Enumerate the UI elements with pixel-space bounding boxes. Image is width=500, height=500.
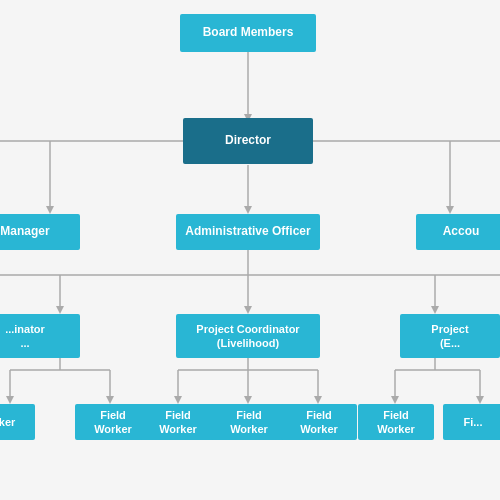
svg-marker-22 <box>106 396 114 404</box>
manager-node: Manager <box>0 214 80 250</box>
svg-marker-16 <box>431 306 439 314</box>
svg-marker-6 <box>46 206 54 214</box>
field-worker-center-1: Field Worker <box>140 404 216 440</box>
svg-marker-36 <box>476 396 484 404</box>
field-worker-right-2: Fi... <box>443 404 500 440</box>
svg-marker-34 <box>391 396 399 404</box>
field-worker-left-1: ...ker <box>0 404 35 440</box>
svg-marker-30 <box>314 396 322 404</box>
svg-marker-26 <box>174 396 182 404</box>
org-chart: Board Members Director Manager Administr… <box>0 0 500 500</box>
left-coordinator-node: ...inator... <box>0 314 80 358</box>
field-worker-center-3: Field Worker <box>281 404 357 440</box>
accountant-node: Accou <box>416 214 500 250</box>
svg-marker-14 <box>244 306 252 314</box>
admin-officer-node: Administrative Officer <box>176 214 320 250</box>
svg-marker-20 <box>6 396 14 404</box>
svg-marker-8 <box>446 206 454 214</box>
coord-education-node: Project(E... <box>400 314 500 358</box>
director-node: Director <box>183 118 313 164</box>
svg-marker-28 <box>244 396 252 404</box>
svg-marker-4 <box>244 206 252 214</box>
svg-marker-12 <box>56 306 64 314</box>
coord-livelihood-node: Project Coordinator(Livelihood) <box>176 314 320 358</box>
field-worker-center-2: Field Worker <box>211 404 287 440</box>
field-worker-right-1: Field Worker <box>358 404 434 440</box>
board-members-node: Board Members <box>180 14 316 52</box>
